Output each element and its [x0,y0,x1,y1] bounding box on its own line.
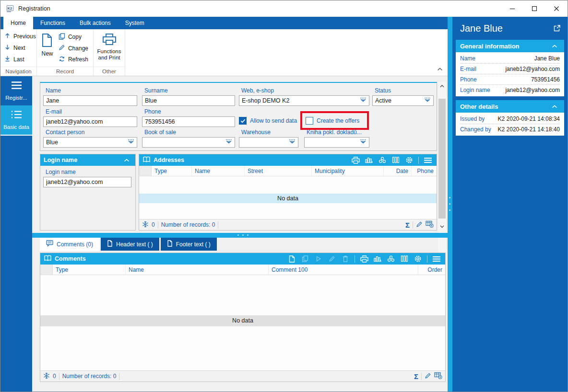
vertical-splitter[interactable] [448,17,452,392]
surname-field[interactable] [142,95,235,106]
change-button[interactable]: Change [58,43,91,54]
create-offers-checkbox[interactable]: Create the offers [306,117,359,125]
table-add-icon[interactable] [434,372,442,380]
refresh-button[interactable]: Refresh [58,54,91,65]
horizontal-splitter[interactable] [32,233,448,238]
gear-icon[interactable] [404,155,414,165]
checkbox-checked-icon[interactable] [239,117,247,125]
panel-menu-icon[interactable] [423,155,433,165]
new-button[interactable]: New [39,31,56,67]
ribbon-group-navigation: Previous Next Last Navigation [0,29,37,76]
ribbon-tab-bulk-actions[interactable]: Bulk actions [72,17,118,29]
no-data-row: No data [139,194,437,203]
footer-separator [59,373,59,380]
ribbon-tab-home[interactable]: Home [3,17,33,29]
pivot-circles-icon[interactable] [386,254,396,264]
ribbon-tab-system[interactable]: System [118,17,152,29]
gear-icon[interactable] [413,254,423,264]
pivot-circles-icon[interactable] [377,155,388,165]
scroll-down-button[interactable] [438,222,446,231]
change-label: Change [68,45,88,52]
column-order[interactable]: Order [418,265,445,275]
contact-person-label: Contact person [46,129,137,136]
login-panel-body: Login name [40,166,135,230]
group-label-record: Record [37,67,93,76]
contact-person-dropdown[interactable]: Blue [43,137,137,148]
table-add-icon[interactable] [426,220,434,229]
app-window: K2 Registration Home Functions Bulk acti… [0,0,568,392]
other-details-header: Other details [456,100,564,113]
panel-menu-icon[interactable] [431,254,442,264]
copy-button[interactable]: Copy [58,32,91,42]
collapse-chevron-icon[interactable] [549,102,560,111]
close-button[interactable] [545,0,568,17]
columns-icon[interactable] [399,254,410,264]
scroll-up-button[interactable] [438,82,446,90]
sidebar-item-label: Basic data [3,124,29,130]
column-street[interactable]: Street [245,166,312,176]
sum-icon[interactable]: Σ [414,373,418,380]
column-date[interactable]: Date [384,166,412,176]
scrollbar-thumb[interactable] [438,99,446,219]
chart-icon[interactable] [364,155,374,165]
allow-send-data-checkbox[interactable]: Allow to send data [239,117,297,125]
edit-record-icon[interactable] [327,254,337,264]
column-type[interactable]: Type [152,166,192,176]
info-value: Jane Blue [534,55,560,62]
warehouse-label: Warehouse [241,129,298,136]
delete-record-icon[interactable] [340,254,351,264]
collapse-chevron-icon[interactable] [549,41,560,51]
web-eshop-dropdown[interactable]: E-shop DEMO K2 [239,95,369,106]
web-eshop-value: E-shop DEMO K2 [242,97,360,104]
ribbon-collapse-button[interactable] [437,64,443,73]
external-link-icon[interactable] [553,24,561,34]
column-name[interactable]: Name [126,265,269,275]
copy-record-icon[interactable] [300,254,310,264]
other-details-title: Other details [460,103,498,110]
tab-footer-text[interactable]: Footer text ( ) [161,238,217,251]
maximize-button[interactable] [523,0,545,17]
other-details-body: Issued by K2 2020-09-21 14:08:34 Changed… [456,113,564,136]
warehouse-dropdown[interactable] [239,137,298,148]
name-field[interactable] [43,95,137,106]
surname-label: Surname [144,87,235,94]
next-button[interactable]: Next [3,43,36,53]
new-record-icon[interactable] [286,254,297,264]
window-title: Registration [18,5,50,12]
column-municipality[interactable]: Municipality [312,166,384,176]
book-of-sale-dropdown[interactable] [142,137,235,148]
column-name[interactable]: Name [192,166,245,176]
column-comment-100[interactable]: Comment 100 [269,265,418,275]
checkbox-unchecked-icon[interactable] [306,117,313,125]
print-icon[interactable] [350,155,361,165]
minimize-button[interactable] [501,0,523,17]
tab-comments[interactable]: Comments (0) [40,238,99,251]
column-phone[interactable]: Phone [412,166,437,176]
columns-icon[interactable] [390,155,401,165]
status-dropdown[interactable]: Active [372,95,434,106]
sidebar-item-basic-data[interactable]: Basic data [0,105,32,136]
edit-pencil-icon[interactable] [425,372,431,380]
last-button[interactable]: Last [3,54,36,65]
tab-header-text[interactable]: Header text ( ) [101,238,159,251]
new-label: New [41,50,53,57]
group-label-other: Other [94,67,125,76]
login-name-field[interactable] [43,177,131,187]
column-type[interactable]: Type [53,265,126,275]
titlebar: K2 Registration [0,0,568,17]
kniha-dropdown[interactable] [304,137,369,148]
functions-and-print-button[interactable]: Functions and Print [95,31,123,67]
status-label: Status [375,87,434,94]
edit-pencil-icon[interactable] [416,221,423,229]
login-panel-header: Login name [40,154,135,166]
email-field[interactable] [43,116,137,127]
sum-icon[interactable]: Σ [405,221,410,229]
collapse-chevron-icon[interactable] [121,155,132,165]
phone-field[interactable] [142,116,235,127]
print-icon[interactable] [359,254,369,264]
run-icon[interactable] [313,254,324,264]
chart-icon[interactable] [372,254,383,264]
sidebar-item-registration[interactable]: Registr... [0,76,32,105]
ribbon-tab-functions[interactable]: Functions [33,17,72,29]
previous-button[interactable]: Previous [3,31,36,42]
